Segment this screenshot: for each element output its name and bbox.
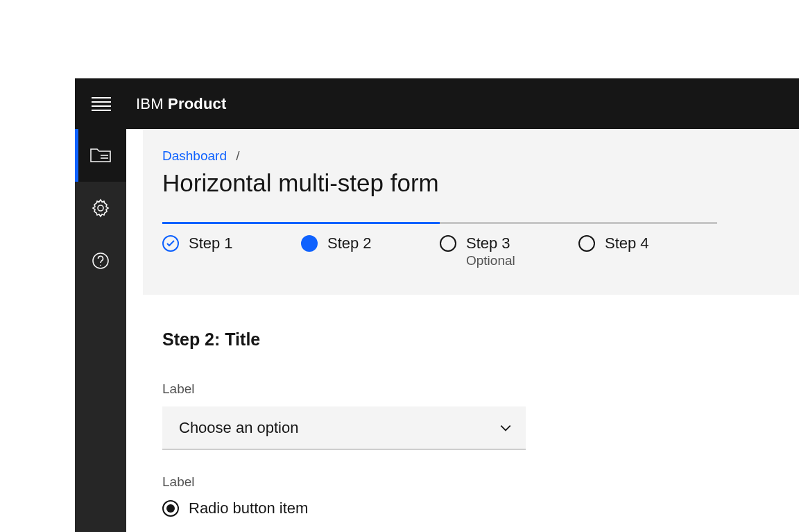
breadcrumb-separator: / xyxy=(236,148,239,163)
dropdown-placeholder: Choose an option xyxy=(179,419,298,437)
help-icon xyxy=(92,252,110,270)
progress-step-4[interactable]: Step 4 xyxy=(578,222,717,268)
incomplete-step-icon xyxy=(578,235,595,252)
svg-point-2 xyxy=(98,205,103,211)
nav-item-folder[interactable] xyxy=(75,129,126,182)
step-heading: Step 2: Title xyxy=(162,329,799,350)
page-header-panel: Dashboard / Horizontal multi-step form xyxy=(143,129,799,295)
progress-step-sublabel: Optional xyxy=(466,253,515,268)
radio-option-1[interactable]: Radio button item xyxy=(162,499,799,517)
nav-item-settings[interactable] xyxy=(75,182,126,234)
chevron-down-icon xyxy=(499,422,512,434)
form-body: Step 2: Title Label Choose an option Lab… xyxy=(126,295,799,517)
page-title: Horizontal multi-step form xyxy=(162,169,799,197)
svg-point-3 xyxy=(93,253,108,268)
breadcrumb-link-dashboard[interactable]: Dashboard xyxy=(162,148,227,163)
incomplete-step-icon xyxy=(440,235,456,252)
radio-group-label: Label xyxy=(162,474,799,490)
progress-step-label: Step 2 xyxy=(327,235,372,252)
radio-option-label: Radio button item xyxy=(189,499,308,517)
svg-point-4 xyxy=(100,265,101,266)
progress-step-label: Step 1 xyxy=(189,235,233,252)
progress-indicator: Step 1 Step 2 xyxy=(162,222,717,268)
breadcrumb: Dashboard / xyxy=(162,148,799,164)
checkmark-icon xyxy=(162,235,179,252)
menu-icon[interactable] xyxy=(92,97,111,111)
brand-title: IBM Product xyxy=(136,95,227,113)
dropdown-label: Label xyxy=(162,381,799,397)
global-header: IBM Product xyxy=(75,78,799,129)
progress-step-2[interactable]: Step 2 xyxy=(301,222,440,268)
current-step-icon xyxy=(301,235,318,252)
main-content: Dashboard / Horizontal multi-step form xyxy=(126,129,799,532)
progress-step-3[interactable]: Step 3 Optional xyxy=(440,222,578,268)
gear-icon xyxy=(91,198,110,218)
left-nav-rail xyxy=(75,129,126,532)
folder-icon xyxy=(90,146,111,164)
progress-step-label: Step 3 xyxy=(466,235,515,252)
progress-step-1[interactable]: Step 1 xyxy=(162,222,301,268)
progress-step-label: Step 4 xyxy=(605,235,649,252)
dropdown-select[interactable]: Choose an option xyxy=(162,406,526,449)
nav-item-help[interactable] xyxy=(75,234,126,287)
radio-button-icon xyxy=(162,500,179,517)
